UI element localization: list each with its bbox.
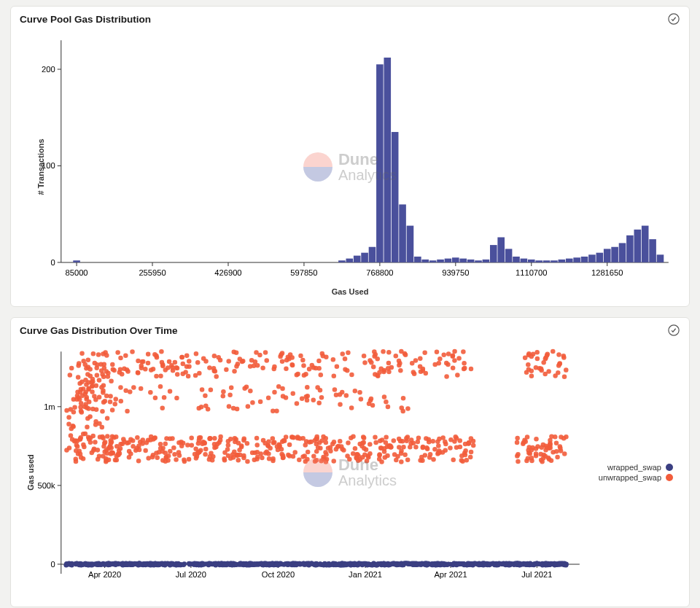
svg-rect-38 (429, 260, 437, 262)
svg-rect-66 (642, 226, 649, 262)
check-circled-icon[interactable] (667, 324, 680, 337)
svg-point-167 (71, 424, 76, 429)
svg-point-936 (362, 361, 368, 366)
check-circled-icon[interactable] (667, 12, 680, 26)
svg-point-154 (94, 383, 99, 389)
svg-point-1866 (194, 561, 199, 566)
svg-point-338 (292, 451, 298, 456)
svg-point-1819 (347, 561, 352, 566)
svg-point-210 (260, 456, 265, 461)
svg-point-899 (173, 360, 178, 365)
svg-point-898 (535, 356, 540, 362)
svg-point-630 (218, 438, 223, 443)
svg-text:Apr 2021: Apr 2021 (434, 571, 467, 580)
svg-point-979 (254, 351, 259, 356)
svg-point-969 (556, 353, 561, 358)
svg-point-689 (382, 395, 387, 400)
svg-point-943 (289, 356, 295, 361)
svg-point-712 (94, 408, 99, 413)
svg-point-592 (241, 438, 246, 443)
svg-point-1836 (562, 561, 567, 566)
svg-point-654 (248, 389, 253, 394)
svg-point-1814 (518, 562, 524, 567)
svg-point-411 (81, 456, 86, 461)
svg-rect-60 (596, 253, 604, 262)
svg-text:Apr 2020: Apr 2020 (88, 571, 121, 580)
svg-point-170 (83, 432, 88, 437)
svg-point-581 (272, 440, 277, 445)
svg-point-975 (461, 350, 466, 355)
svg-rect-64 (626, 235, 634, 262)
svg-point-502 (382, 446, 387, 451)
svg-point-680 (295, 402, 300, 407)
svg-point-602 (451, 458, 456, 463)
svg-point-534 (529, 456, 534, 461)
svg-point-1859 (274, 563, 279, 568)
svg-point-417 (332, 440, 337, 445)
svg-point-562 (245, 459, 250, 464)
svg-point-1864 (488, 562, 493, 567)
svg-text:1m: 1m (44, 402, 55, 411)
svg-point-1839 (96, 563, 101, 568)
svg-point-1741 (81, 562, 86, 567)
x-axis-label: Gas Used (24, 287, 676, 296)
svg-point-941 (411, 370, 416, 375)
svg-rect-67 (649, 239, 656, 262)
svg-text:426900: 426900 (214, 268, 241, 277)
svg-point-640 (179, 444, 184, 449)
svg-point-561 (225, 448, 230, 453)
svg-point-829 (349, 373, 354, 378)
svg-point-591 (100, 434, 105, 440)
svg-text:200: 200 (42, 65, 55, 74)
svg-point-698 (84, 397, 89, 402)
svg-point-980 (284, 358, 289, 363)
svg-rect-48 (505, 249, 513, 262)
svg-point-1849 (501, 562, 506, 567)
svg-point-522 (190, 443, 195, 448)
svg-point-219 (212, 436, 217, 441)
svg-point-617 (277, 443, 282, 448)
svg-point-631 (411, 441, 416, 446)
svg-point-532 (222, 456, 227, 461)
svg-point-954 (290, 363, 295, 368)
svg-point-589 (464, 458, 470, 463)
svg-point-722 (332, 388, 338, 393)
card-gas-distribution: Curve Pool Gas Distribution # Transactio… (10, 6, 690, 307)
svg-point-810 (346, 351, 351, 356)
svg-point-645 (399, 451, 404, 456)
svg-point-734 (160, 406, 165, 411)
svg-point-160 (93, 440, 98, 445)
svg-point-756 (193, 373, 198, 378)
svg-point-354 (143, 448, 148, 453)
svg-point-459 (313, 459, 318, 464)
svg-point-921 (310, 363, 315, 368)
svg-point-1862 (143, 561, 148, 566)
svg-point-735 (231, 406, 236, 411)
svg-point-1831 (431, 562, 436, 567)
svg-point-510 (271, 456, 276, 461)
svg-point-506 (324, 440, 329, 445)
svg-point-174 (76, 364, 81, 369)
svg-point-716 (162, 395, 167, 400)
svg-point-691 (99, 385, 104, 390)
svg-point-107 (105, 434, 110, 440)
svg-point-703 (200, 388, 205, 393)
svg-point-922 (402, 351, 408, 356)
svg-point-463 (360, 441, 365, 446)
svg-rect-58 (581, 257, 588, 262)
svg-point-644 (255, 455, 260, 460)
svg-point-761 (386, 350, 392, 355)
svg-point-596 (171, 445, 176, 451)
svg-point-577 (289, 435, 295, 440)
svg-point-1802 (441, 562, 446, 567)
svg-point-867 (381, 349, 386, 354)
svg-point-652 (405, 407, 411, 412)
svg-point-926 (529, 374, 534, 379)
svg-point-1855 (543, 561, 548, 566)
svg-point-732 (338, 402, 343, 408)
svg-point-924 (175, 373, 180, 378)
svg-point-699 (118, 386, 123, 391)
svg-point-960 (345, 368, 350, 373)
svg-point-878 (167, 359, 172, 365)
svg-point-597 (438, 451, 443, 456)
